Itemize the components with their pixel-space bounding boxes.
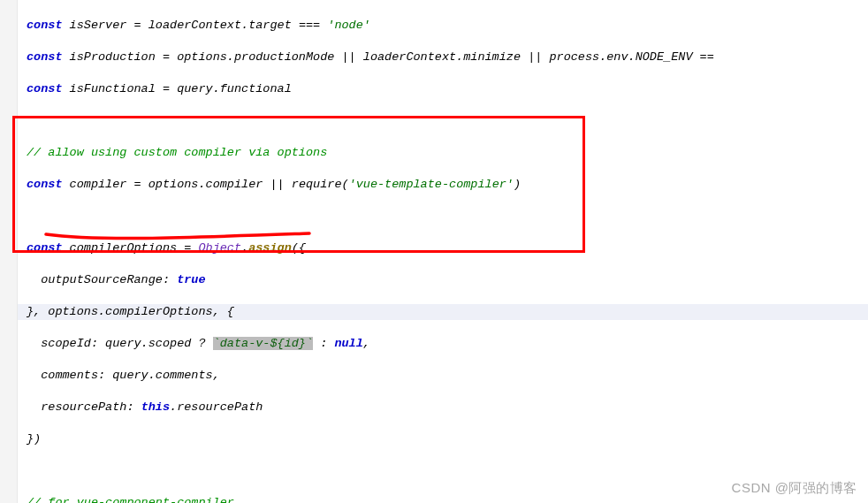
method-assign: assign <box>248 241 292 255</box>
code-line[interactable] <box>18 209 868 225</box>
operator: || <box>528 50 549 64</box>
code-region[interactable]: const isServer = loaderContext.target ==… <box>18 0 868 503</box>
code-line[interactable]: const isFunctional = query.functional <box>18 81 868 97</box>
gutter <box>0 0 18 503</box>
keyword-this: this <box>141 400 170 414</box>
code-line[interactable]: scopeId: query.scoped ? `data-v-${id}` :… <box>18 336 868 352</box>
operator: = <box>184 241 198 255</box>
operator: == <box>700 50 714 64</box>
keyword-const: const <box>27 19 70 32</box>
string-literal: 'vue-template-compiler' <box>349 178 514 191</box>
brace: }) <box>27 432 41 446</box>
code-line[interactable]: }) <box>18 431 868 447</box>
property: comments: query.comments, <box>27 369 220 382</box>
property: outputSourceRange: <box>27 273 177 286</box>
operator: = <box>134 178 148 191</box>
code-line[interactable]: resourcePath: this.resourcePath <box>18 400 868 415</box>
dot: . <box>241 241 248 255</box>
identifier: query.functional <box>177 82 292 95</box>
identifier: .resourcePath <box>170 400 263 414</box>
comment: // for vue-component-compiler <box>27 496 234 503</box>
boolean-true: true <box>177 273 205 286</box>
identifier: compiler <box>70 178 134 191</box>
code-line[interactable]: const isServer = loaderContext.target ==… <box>18 18 868 34</box>
identifier: options.productionMode <box>177 50 341 64</box>
code-line[interactable]: // for vue-component-compiler <box>18 495 868 503</box>
comment: // allow using custom compiler via optio… <box>27 146 327 159</box>
operator: = <box>163 50 177 64</box>
code-line[interactable]: const isProduction = options.productionM… <box>18 50 868 65</box>
paren-brace: ({ <box>292 241 306 255</box>
code-line[interactable]: const compilerOptions = Object.assign({ <box>18 240 868 256</box>
code-line[interactable]: // allow using custom compiler via optio… <box>18 145 868 161</box>
identifier: loaderContext.target <box>148 19 299 32</box>
identifier: process.env.NODE_ENV <box>549 50 699 64</box>
code-line[interactable]: comments: query.comments, <box>18 368 868 384</box>
function-call: require <box>292 178 342 191</box>
paren: ) <box>514 178 521 191</box>
keyword-const: const <box>27 50 70 64</box>
property: resourcePath: <box>27 400 141 414</box>
identifier: isProduction <box>70 50 163 64</box>
operator: : <box>313 337 334 350</box>
brace: }, <box>27 305 48 318</box>
code-line-highlighted[interactable]: }, options.compilerOptions, { <box>18 304 868 320</box>
brace: { <box>227 305 234 318</box>
operator: === <box>299 19 327 32</box>
operator: || <box>270 178 291 191</box>
string-literal: 'node' <box>327 19 370 32</box>
operator: = <box>134 19 148 32</box>
template-string-selected: `data-v-${id}` <box>213 337 313 350</box>
identifier: compilerOptions <box>70 241 185 255</box>
operator: = <box>163 82 177 95</box>
object-global: Object <box>198 241 241 255</box>
identifier: isServer <box>70 19 134 32</box>
watermark: CSDN @阿强的博客 <box>732 480 857 496</box>
identifier: loaderContext.minimize <box>363 50 528 64</box>
identifier: isFunctional <box>70 82 163 95</box>
keyword-const: const <box>27 82 70 95</box>
code-line[interactable]: const compiler = options.compiler || req… <box>18 177 868 193</box>
operator: || <box>341 50 362 64</box>
property: scopeId: query.scoped <box>27 337 198 350</box>
operator: ? <box>198 337 212 350</box>
code-line[interactable] <box>18 113 868 129</box>
identifier: options.compilerOptions, <box>48 305 227 318</box>
code-line[interactable] <box>18 463 868 479</box>
identifier: options.compiler <box>148 178 270 191</box>
code-line[interactable]: outputSourceRange: true <box>18 272 868 288</box>
comma: , <box>363 337 370 350</box>
paren: ( <box>342 178 349 191</box>
keyword-const: const <box>27 241 70 255</box>
keyword-const: const <box>27 178 70 191</box>
null-literal: null <box>334 337 362 350</box>
